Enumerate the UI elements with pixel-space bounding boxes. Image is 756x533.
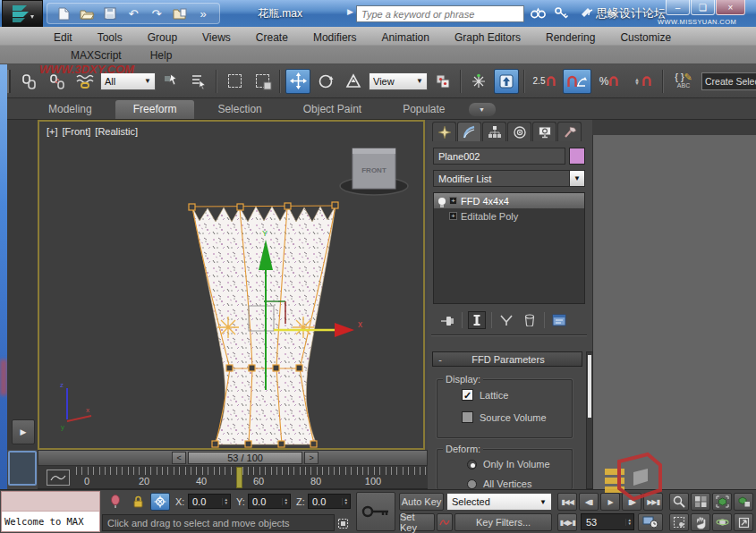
scrollbar-thumb[interactable] (588, 355, 591, 418)
hierarchy-tab[interactable] (482, 122, 506, 141)
set-keys-button[interactable] (356, 492, 395, 531)
modifier-enable-bulb-icon[interactable] (438, 198, 446, 205)
menu-rendering[interactable]: Rendering (544, 30, 597, 46)
select-by-name-icon[interactable] (186, 69, 211, 94)
redo-icon[interactable]: ↷ (148, 5, 166, 21)
spinner-snap-toggle-icon[interactable]: ▲▼ (627, 69, 658, 94)
menu-modifiers[interactable]: Modifiers (311, 30, 359, 46)
orbit-button[interactable] (712, 513, 732, 531)
set-key-button[interactable]: Set Key (399, 513, 435, 531)
region-zoom-button[interactable] (669, 513, 689, 531)
source-volume-checkbox-row[interactable]: Source Volume (462, 411, 547, 423)
display-tab[interactable] (532, 122, 556, 141)
pan-hand-button[interactable] (691, 513, 710, 531)
viewport-menu-shading[interactable]: [Realistic] (95, 126, 138, 137)
select-and-rotate-icon[interactable] (313, 69, 338, 94)
frame-spinner[interactable]: ▲▼ (625, 519, 633, 526)
time-slider-thumb[interactable]: < 53 / 100 > (172, 452, 319, 464)
selection-lock-icon[interactable] (128, 493, 148, 511)
select-and-manipulate-icon[interactable] (466, 69, 491, 94)
object-color-swatch[interactable] (569, 148, 585, 165)
rollout-scrollbar[interactable] (586, 351, 593, 489)
toolbar-overflow-icon[interactable]: » (194, 5, 212, 21)
pin-stack-icon[interactable] (438, 311, 456, 329)
reference-coordinate-dropdown[interactable]: View ▼ (369, 72, 428, 90)
isolate-selection-icon[interactable] (106, 493, 125, 511)
menu-maxscript[interactable]: MAXScript (69, 47, 123, 63)
search-binoculars-icon[interactable] (530, 4, 546, 21)
lattice-checkbox-row[interactable]: ✓ Lattice (462, 389, 508, 401)
ribbon-tab-populate[interactable]: Populate (385, 100, 463, 119)
all-vertices-radio-row[interactable]: All Vertices (467, 478, 531, 489)
trackbar-marker[interactable] (236, 467, 242, 488)
sign-in-key-icon[interactable] (554, 4, 570, 21)
stack-item-ffd[interactable]: + FFD 4x4x4 (434, 193, 584, 208)
key-mode-dropdown[interactable]: Selected ▼ (446, 493, 552, 511)
utilities-tab[interactable] (557, 122, 582, 141)
key-filters-button[interactable]: Key Filters... (454, 513, 552, 531)
source-volume-checkbox[interactable] (462, 411, 473, 423)
window-crossing-toggle-icon[interactable] (250, 69, 275, 94)
select-and-move-icon[interactable] (285, 69, 310, 94)
menu-help[interactable]: Help (149, 47, 174, 63)
maximize-viewport-toggle-button[interactable] (734, 513, 753, 531)
track-bar[interactable]: 0 20 40 60 80 100 (38, 466, 428, 489)
x-coordinate-field[interactable]: 0.0 ▲▼ (188, 494, 231, 509)
modifier-list-dropdown[interactable]: Modifier List ▼ (433, 170, 585, 187)
expand-icon[interactable]: + (449, 212, 457, 220)
show-end-result-icon[interactable] (468, 311, 486, 329)
angle-snap-toggle-icon[interactable] (563, 69, 591, 94)
zoom-extents-all-button[interactable] (734, 493, 753, 511)
infocenter-search[interactable] (356, 5, 524, 22)
current-frame-field[interactable]: 53 ▲▼ (581, 513, 634, 530)
previous-frame-transport-button[interactable]: ◀▮ (579, 493, 599, 511)
y-coordinate-field[interactable]: 0.0 ▲▼ (248, 494, 291, 509)
ribbon-minimize-dropdown[interactable]: ▼ (469, 103, 496, 116)
time-slider[interactable]: < 53 / 100 > (38, 450, 428, 466)
maximize-button[interactable]: ❏ (691, 0, 715, 15)
ribbon-tab-selection[interactable]: Selection (200, 100, 279, 119)
auto-key-button[interactable]: Auto Key (399, 493, 444, 511)
select-and-scale-icon[interactable] (341, 69, 366, 94)
menu-views[interactable]: Views (200, 30, 233, 46)
ribbon-tab-object-paint[interactable]: Object Paint (285, 100, 379, 119)
set-key-curve-icon[interactable] (437, 513, 453, 531)
ribbon-tab-freeform[interactable]: Freeform (115, 100, 195, 119)
vase-object[interactable] (192, 206, 336, 444)
menu-customize[interactable]: Customize (618, 30, 673, 46)
named-selection-set-field[interactable]: Create Selection (701, 72, 756, 90)
snaps-toggle-icon[interactable]: 2.5 (530, 69, 560, 94)
application-menu-button[interactable] (2, 0, 43, 27)
open-file-icon[interactable] (78, 5, 96, 21)
configure-modifier-sets-icon[interactable] (550, 311, 568, 329)
select-object-icon[interactable] (158, 69, 183, 94)
ffd-parameters-rollout-header[interactable]: - FFD Parameters (432, 351, 582, 367)
vase-body[interactable] (192, 206, 336, 444)
object-name-field[interactable]: Plane002 (433, 148, 565, 165)
motion-tab[interactable] (507, 122, 531, 141)
gizmo-x-arrowhead[interactable] (335, 323, 354, 337)
zoom-extents-button[interactable] (712, 493, 732, 511)
viewport-menu-pov[interactable]: [Front] (63, 126, 91, 137)
time-configuration-button[interactable] (638, 513, 663, 531)
only-in-volume-radio[interactable] (467, 460, 477, 470)
undo-icon[interactable]: ↶ (124, 5, 142, 21)
close-button[interactable]: × (716, 0, 745, 15)
ribbon-tab-modeling[interactable]: Modeling (30, 100, 110, 119)
stack-item-editable-poly[interactable]: + Editable Poly (434, 208, 584, 224)
key-mode-toggle-button[interactable]: ▮◀▶▮ (557, 513, 577, 531)
mini-curve-editor-icon[interactable] (47, 470, 70, 486)
project-folder-icon[interactable] (171, 5, 189, 21)
trackbar-ruler[interactable]: 0 20 40 60 80 100 (76, 467, 428, 488)
listener-macro-pane[interactable] (2, 492, 99, 512)
viewport-layout-tab[interactable] (8, 451, 37, 486)
menu-group[interactable]: Group (146, 30, 179, 46)
viewcube[interactable]: FRONT (340, 148, 408, 195)
menu-graph-editors[interactable]: Graph Editors (453, 30, 522, 46)
save-file-icon[interactable] (101, 5, 119, 21)
menu-tools[interactable]: Tools (96, 30, 124, 46)
lattice-checkbox[interactable]: ✓ (462, 389, 473, 401)
percent-snap-toggle-icon[interactable]: % (594, 69, 624, 94)
expand-panel-arrow-button[interactable]: ▶ (12, 419, 35, 444)
previous-frame-button[interactable]: < (172, 452, 186, 464)
